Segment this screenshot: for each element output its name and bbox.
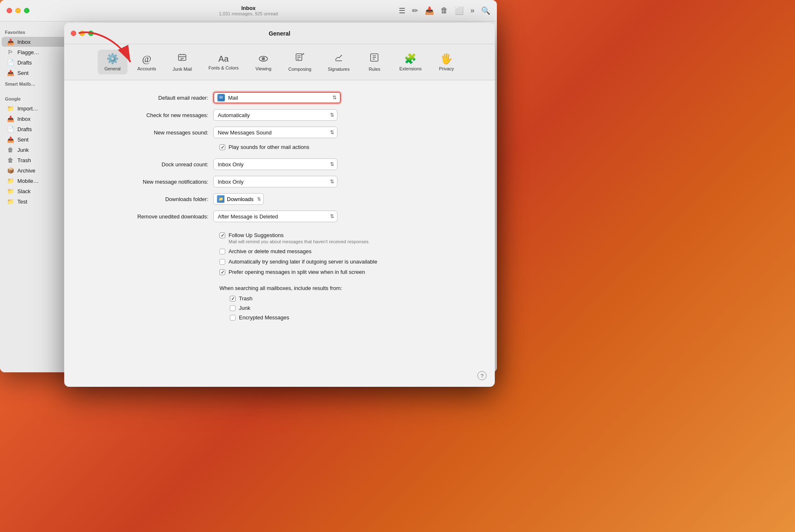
settings-close-button[interactable] (71, 31, 76, 36)
follow-up-text: Follow Up Suggestions Mail will remind y… (229, 232, 370, 244)
tab-accounts[interactable]: @ Accounts (131, 50, 163, 74)
new-message-notif-select[interactable]: Inbox Only All Mailboxes (213, 176, 337, 187)
chevron-updown-icon: ⇅ (332, 95, 337, 101)
tab-signatures[interactable]: Signatures (321, 49, 357, 75)
sidebar-item-junk[interactable]: 🗑 Junk (2, 145, 70, 155)
encrypted-search-checkbox[interactable] (230, 315, 236, 321)
mail-titlebar: Inbox 1,031 messages, 925 unread ☰ ✏ 📥 🗑… (0, 0, 497, 22)
settings-toolbar: ⚙️ General @ Accounts Junk Mail Aa F (64, 44, 495, 80)
folder-icon: 📁 (7, 105, 14, 112)
remove-unedited-label: Remove unedited downloads: (97, 213, 213, 220)
dock-unread-wrapper: Inbox Only All Mailboxes ⇅ (213, 158, 337, 170)
tab-general[interactable]: ⚙️ General (98, 50, 128, 74)
check-new-messages-label: Check for new messages: (97, 112, 213, 118)
archive-muted-checkbox[interactable] (219, 249, 225, 254)
viewing-icon (258, 53, 268, 65)
sidebar-item-inbox-favorites[interactable]: 📥 Inbox (2, 37, 70, 47)
split-view-checkbox[interactable] (219, 269, 225, 275)
trash-search-checkbox[interactable] (230, 296, 236, 302)
remove-unedited-select[interactable]: After Message is Deleted Never When Atta… (213, 211, 337, 222)
settings-titlebar: General (64, 23, 495, 44)
trash-search-container: Trash (230, 295, 253, 302)
default-email-reader-select[interactable]: ✉ Mail ⇅ (213, 92, 341, 103)
tab-viewing[interactable]: Viewing (248, 50, 278, 74)
sidebar-item-archive[interactable]: 📦 Archive (2, 165, 70, 175)
play-sounds-container: Play sounds for other mail actions (219, 144, 309, 150)
encrypted-search-label: Encrypted Messages (239, 314, 289, 321)
sidebar-item-inbox-google[interactable]: 📥 Inbox (2, 114, 70, 124)
archive-icon[interactable]: 📥 (425, 6, 434, 15)
dock-unread-label: Dock unread count: (97, 161, 213, 168)
sent-icon: 📤 (7, 136, 14, 143)
remove-unedited-wrapper: After Message is Deleted Never When Atta… (213, 211, 337, 222)
tab-composing[interactable]: Composing (282, 49, 318, 75)
sidebar-item-label: Test (17, 199, 65, 205)
sent-icon: 📤 (7, 69, 14, 76)
mail-window-subtitle: 1,031 messages, 925 unread (219, 11, 278, 16)
tab-rules[interactable]: Rules (359, 49, 389, 75)
sidebar-item-label: Sent (17, 70, 65, 76)
sidebar-item-sent-fav[interactable]: 📤 Sent (2, 68, 70, 78)
sidebar-item-flagged[interactable]: 🏳 Flagge… (2, 47, 70, 57)
sidebar-item-label: Mobile… (17, 178, 65, 184)
tab-junk-mail[interactable]: Junk Mail (166, 49, 198, 75)
maximize-button[interactable] (24, 8, 29, 13)
flag-icon: 🏳 (7, 49, 14, 55)
settings-traffic-lights (71, 31, 94, 36)
junk-icon[interactable]: ⬜ (455, 6, 464, 15)
help-button[interactable]: ? (477, 371, 487, 380)
favorites-label: Favorites (0, 26, 72, 36)
dock-unread-select[interactable]: Inbox Only All Mailboxes (213, 158, 337, 170)
split-view-container: Prefer opening messages in split view wh… (219, 269, 365, 275)
sidebar-item-import[interactable]: 📁 Import… (2, 103, 70, 113)
trash-icon[interactable]: 🗑 (441, 6, 448, 15)
tab-fonts-colors[interactable]: Aa Fonts & Colors (202, 51, 245, 74)
sidebar-item-sent-google[interactable]: 📤 Sent (2, 134, 70, 144)
follow-up-checkbox[interactable] (219, 232, 225, 238)
auto-send-checkbox[interactable] (219, 259, 225, 265)
split-view-label: Prefer opening messages in split view wh… (229, 269, 365, 275)
sidebar-item-trash[interactable]: 🗑 Trash (2, 155, 70, 165)
sidebar-item-label: Drafts (17, 126, 65, 132)
archive-muted-row: Archive or delete muted messages (97, 248, 462, 254)
settings-minimize-button[interactable] (80, 31, 85, 36)
tab-extensions[interactable]: 🧩 Extensions (393, 50, 428, 74)
new-message-notif-wrapper: Inbox Only All Mailboxes ⇅ (213, 176, 337, 187)
mail-title-center: Inbox 1,031 messages, 925 unread (219, 5, 278, 16)
tab-privacy[interactable]: 🖐 Privacy (431, 50, 461, 74)
new-messages-sound-select[interactable]: New Messages Sound None (213, 127, 337, 138)
check-new-messages-select[interactable]: Automatically Every 1 minute Every 5 min… (213, 109, 337, 121)
follow-up-label: Follow Up Suggestions (229, 232, 370, 238)
svg-point-9 (263, 58, 264, 59)
sidebar-item-test[interactable]: 📁 Test (2, 197, 70, 206)
composing-icon (295, 53, 305, 65)
settings-content: Default email reader: ✉ Mail ⇅ Check for… (64, 80, 495, 387)
sidebar-item-drafts-fav[interactable]: 📄 Drafts (2, 58, 70, 67)
compose-icon[interactable]: ✏ (412, 6, 418, 15)
tab-rules-label: Rules (369, 67, 380, 72)
search-section-header: When searching all mailboxes, include re… (97, 285, 462, 291)
encrypted-search-container: Encrypted Messages (230, 314, 289, 321)
chevron-updown-icon: ⇅ (257, 197, 261, 202)
minimize-button[interactable] (15, 8, 21, 13)
sidebar-item-label: Trash (17, 157, 65, 163)
sidebar-item-mobile[interactable]: 📁 Mobile… (2, 176, 70, 186)
list-icon[interactable]: ☰ (399, 6, 405, 15)
tab-composing-label: Composing (288, 67, 311, 72)
privacy-icon: 🖐 (440, 53, 453, 65)
junk-icon: 🗑 (7, 146, 14, 153)
sidebar-item-drafts-google[interactable]: 📄 Drafts (2, 124, 70, 134)
downloads-folder-select[interactable]: 📁 Downloads ⇅ (213, 193, 264, 205)
mail-sidebar: Favorites 📥 Inbox 🏳 Flagge… 📄 Drafts 📤 S… (0, 22, 72, 372)
more-icon[interactable]: » (470, 6, 475, 15)
play-sounds-checkbox[interactable] (219, 144, 225, 150)
tab-junkmail-label: Junk Mail (173, 67, 192, 72)
sidebar-item-label: Archive (17, 168, 65, 174)
follow-up-row: Follow Up Suggestions Mail will remind y… (97, 232, 462, 244)
junk-search-checkbox[interactable] (230, 305, 236, 311)
sidebar-item-slack[interactable]: 📁 Slack (2, 186, 70, 196)
settings-maximize-button[interactable] (88, 31, 94, 36)
new-messages-sound-row: New messages sound: New Messages Sound N… (97, 127, 462, 138)
close-button[interactable] (7, 8, 12, 13)
search-icon[interactable]: 🔍 (481, 6, 490, 15)
